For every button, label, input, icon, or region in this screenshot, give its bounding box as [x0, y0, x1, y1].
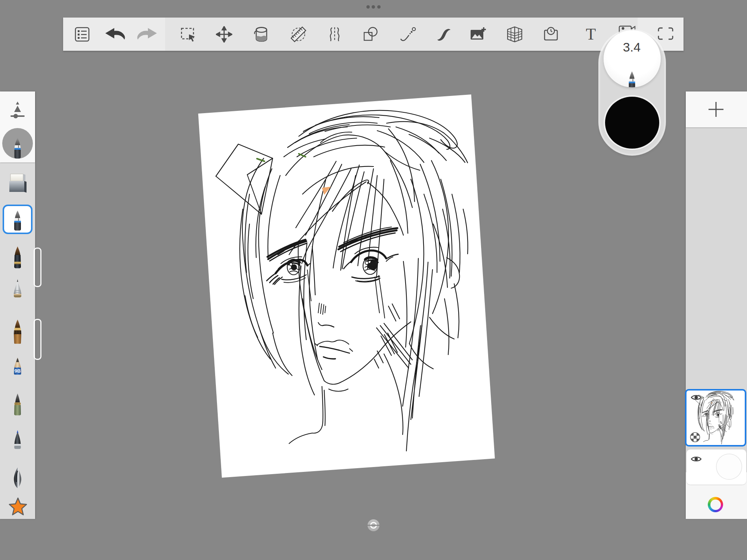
svg-text:T: T [586, 26, 596, 43]
svg-text:9B: 9B [15, 368, 21, 374]
